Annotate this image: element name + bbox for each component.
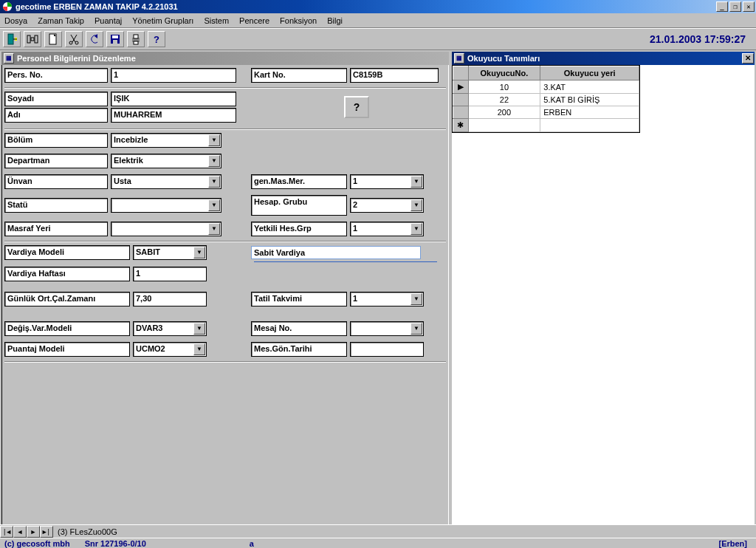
statu-select[interactable]: ▼ — [111, 198, 221, 213]
soyadi-field[interactable]: IŞIK — [111, 92, 236, 106]
genmas-label: gen.Mas.Mer. — [251, 174, 347, 189]
masraf-select[interactable]: ▼ — [111, 222, 221, 236]
chevron-down-icon[interactable]: ▼ — [193, 343, 205, 355]
unvan-select[interactable]: Usta▼ — [111, 174, 221, 189]
svg-rect-14 — [134, 41, 138, 44]
hesap-select[interactable]: 2▼ — [350, 198, 424, 213]
yetkili-label: Yetkili Hes.Grp — [251, 222, 347, 236]
menu-zaman-takip[interactable]: Zaman Takip — [38, 16, 84, 25]
statu-label: Statü — [4, 198, 108, 213]
chevron-down-icon[interactable]: ▼ — [208, 176, 220, 188]
puantaj-select[interactable]: UCMO2▼ — [133, 342, 207, 357]
svg-rect-10 — [112, 35, 118, 38]
departman-label: Departman — [4, 154, 108, 168]
masraf-label: Masraf Yeri — [4, 222, 108, 236]
menu-pencere[interactable]: Pencere — [239, 16, 269, 25]
degis-label: Değiş.Var.Modeli — [4, 321, 130, 336]
help-button[interactable]: ? — [148, 31, 165, 47]
degis-select[interactable]: DVAR3▼ — [133, 321, 207, 336]
window-okuyucu: ▦ Okuyucu Tanımları ✕ OkuyucuNo. Okuyucu… — [450, 50, 756, 538]
chevron-down-icon[interactable]: ▼ — [208, 134, 220, 146]
chevron-down-icon[interactable]: ▼ — [410, 323, 422, 335]
chevron-down-icon[interactable]: ▼ — [208, 223, 220, 235]
mesgon-field[interactable] — [350, 342, 424, 357]
chevron-down-icon[interactable]: ▼ — [410, 293, 422, 305]
close-button[interactable]: ✕ — [743, 1, 755, 12]
col-okuyucuno[interactable]: OkuyucuNo. — [468, 66, 540, 81]
bolum-select[interactable]: Incebizle▼ — [111, 133, 221, 148]
exit-button[interactable] — [3, 31, 21, 47]
svg-point-7 — [69, 41, 72, 44]
nav-last-button[interactable]: ▶| — [40, 526, 53, 538]
svg-rect-1 — [8, 34, 13, 44]
adi-label: Adı — [4, 108, 108, 123]
table-row[interactable]: 22 5.KAT BI GİRİŞ — [453, 94, 639, 106]
chevron-down-icon[interactable]: ▼ — [193, 247, 205, 258]
tool-btn-2[interactable] — [24, 31, 41, 47]
chevron-down-icon[interactable]: ▼ — [410, 199, 422, 211]
genmas-select[interactable]: 1▼ — [350, 174, 424, 189]
adi-field[interactable]: MUHARREM — [111, 108, 236, 123]
undo-button[interactable] — [86, 31, 103, 47]
kartno-field[interactable]: C8159B — [350, 68, 439, 83]
gunluk-label: Günlük Ort.Çal.Zamanı — [4, 292, 130, 306]
table-row-new[interactable]: ✱ — [453, 119, 639, 132]
hesap-label: Hesap. Grubu — [251, 195, 347, 216]
col-okuyucu-yeri[interactable]: Okuyucu yeri — [540, 66, 639, 81]
help-question-button[interactable]: ? — [344, 96, 369, 118]
kartno-label: Kart No. — [251, 68, 347, 83]
toolbar: ? 21.01.2003 17:59:27 — [0, 28, 756, 50]
app-title: gecotime ERBEN ZAMAN TAKIP 4.2.21031 — [16, 2, 178, 11]
table-row[interactable]: ▶ 10 3.KAT — [453, 81, 639, 94]
chevron-down-icon[interactable]: ▼ — [410, 223, 422, 235]
gunluk-field[interactable]: 7,30 — [133, 292, 207, 306]
status-site: [Erben] — [719, 539, 748, 548]
nav-record-label: (3) FLesZuo00G — [58, 527, 117, 536]
persno-field[interactable]: 1 — [111, 68, 236, 83]
chevron-down-icon[interactable]: ▼ — [208, 199, 220, 211]
svg-rect-13 — [134, 35, 138, 38]
vardiya-model-label: Vardiya Modeli — [4, 245, 130, 260]
vardiya-model-select[interactable]: SABIT▼ — [133, 245, 207, 260]
okuyucu-grid[interactable]: OkuyucuNo. Okuyucu yeri ▶ 10 3.KAT 22 5.… — [452, 65, 640, 133]
mesaj-select[interactable]: ▼ — [350, 321, 424, 336]
departman-select[interactable]: Elektrik▼ — [111, 154, 221, 168]
menu-bar: Dosya Zaman Takip Puantaj Yönetim Grupla… — [0, 13, 756, 28]
menu-dosya[interactable]: Dosya — [4, 16, 27, 25]
nav-first-button[interactable]: |◀ — [0, 526, 13, 538]
status-mid: a — [250, 539, 254, 548]
new-button[interactable] — [44, 31, 62, 47]
menu-yonetim[interactable]: Yönetim Grupları — [132, 16, 193, 25]
maximize-button[interactable]: ❐ — [729, 1, 741, 12]
chevron-down-icon[interactable]: ▼ — [208, 155, 220, 167]
mesgon-label: Mes.Gön.Tarihi — [251, 342, 347, 357]
menu-puantaj[interactable]: Puantaj — [94, 16, 122, 25]
chevron-down-icon[interactable]: ▼ — [193, 323, 205, 335]
print-button[interactable] — [127, 31, 145, 47]
window-close-button[interactable]: ✕ — [742, 53, 754, 64]
menu-fonksiyon[interactable]: Fonksiyon — [280, 16, 317, 25]
cut-button[interactable] — [65, 31, 83, 47]
nav-next-button[interactable]: ▶ — [27, 526, 40, 538]
window-personel-title[interactable]: ▦ Personel Bilgilerini Düzenleme — [1, 52, 449, 65]
chevron-down-icon[interactable]: ▼ — [410, 176, 422, 188]
sabit-vardiya-field: Sabit Vardiya — [251, 246, 421, 259]
svg-rect-3 — [27, 35, 30, 43]
unvan-label: Ünvan — [4, 174, 108, 189]
window-okuyucu-title[interactable]: ▦ Okuyucu Tanımları ✕ — [452, 52, 755, 65]
menu-bilgi[interactable]: Bilgi — [327, 16, 343, 25]
app-titlebar: gecotime ERBEN ZAMAN TAKIP 4.2.21031 _ ❐… — [0, 0, 756, 13]
menu-sistem[interactable]: Sistem — [204, 16, 229, 25]
svg-rect-4 — [31, 38, 34, 41]
minimize-button[interactable]: _ — [716, 1, 728, 12]
form-icon: ▦ — [4, 53, 14, 64]
nav-prev-button[interactable]: ◀ — [13, 526, 27, 538]
save-button[interactable] — [106, 31, 124, 47]
tatil-select[interactable]: 1▼ — [350, 292, 424, 306]
row-indicator: ▶ — [453, 81, 469, 94]
table-row[interactable]: 200 ERBEN — [453, 106, 639, 119]
mesaj-label: Mesaj No. — [251, 321, 347, 336]
yetkili-select[interactable]: 1▼ — [350, 222, 424, 236]
app-icon — [2, 1, 13, 12]
vardiya-haftasi-field[interactable]: 1 — [133, 267, 207, 281]
